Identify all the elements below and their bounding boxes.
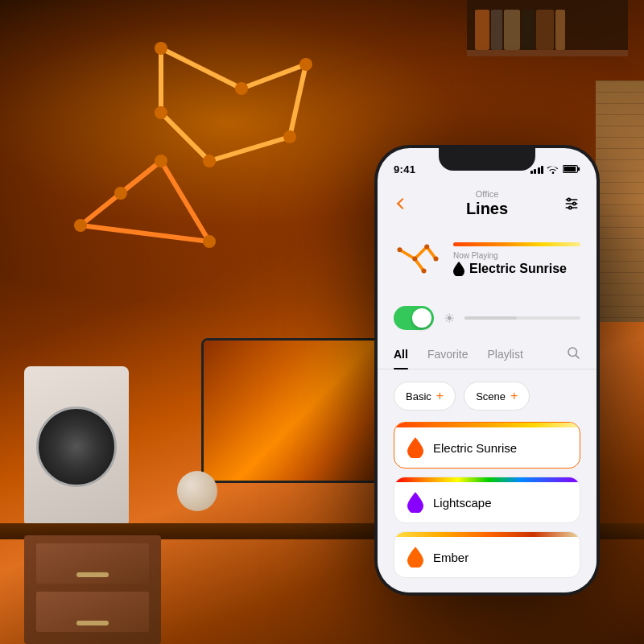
- svg-line-2: [290, 64, 306, 137]
- svg-rect-22: [564, 167, 576, 171]
- scene-card-body-electric-sunrise: Electric Sunrise: [394, 427, 580, 468]
- status-icons: [530, 164, 581, 174]
- content-area: Basic + Scene + Electric Sun: [378, 372, 597, 592]
- svg-point-36: [434, 257, 439, 262]
- electric-sunrise-drop-icon: [407, 437, 423, 458]
- wall-light-lines: [32, 32, 338, 290]
- phone-notch: [439, 148, 535, 171]
- scene-card-body-lightscape: Lightscape: [394, 482, 580, 522]
- cabinet-drawer-top: [36, 543, 149, 584]
- window-blinds: [596, 80, 644, 322]
- device-light-icon: [394, 237, 442, 281]
- tabs-group: All Favorite Playlist: [394, 340, 523, 369]
- desk-globe: [177, 471, 217, 511]
- scene-card-body-ember: Ember: [394, 537, 580, 577]
- page-title-group: Office Lines: [466, 189, 508, 218]
- cabinet-drawer-bottom: [36, 592, 149, 632]
- now-playing-section: Now Playing Electric Sunrise: [378, 224, 597, 291]
- svg-point-35: [424, 245, 429, 250]
- drop-icon: [453, 262, 464, 276]
- tab-playlist[interactable]: Playlist: [487, 340, 522, 369]
- svg-point-16: [114, 187, 127, 200]
- svg-line-8: [161, 161, 209, 242]
- phone-body: 9:41: [374, 145, 600, 596]
- battery-icon: [563, 164, 580, 174]
- svg-point-14: [203, 155, 216, 167]
- settings-button[interactable]: [559, 192, 584, 216]
- svg-line-30: [415, 247, 427, 259]
- svg-line-4: [161, 113, 209, 161]
- scene-card-ember[interactable]: Ember: [394, 531, 580, 578]
- brightness-fill: [464, 316, 517, 320]
- scene-card-lightscape[interactable]: Lightscape: [394, 477, 580, 523]
- wifi-icon: [547, 164, 559, 174]
- svg-point-28: [569, 206, 572, 208]
- svg-point-34: [412, 257, 417, 262]
- svg-line-9: [80, 225, 209, 242]
- page-subtitle: Office: [466, 189, 508, 199]
- cabinet: [24, 535, 161, 644]
- status-time: 9:41: [394, 163, 415, 175]
- svg-point-33: [398, 247, 402, 252]
- tabs-bar: All Favorite Playlist: [378, 340, 597, 369]
- svg-point-18: [155, 155, 167, 167]
- svg-line-3: [209, 137, 290, 161]
- ember-name: Ember: [433, 551, 469, 564]
- now-playing-gradient-bar: [453, 242, 580, 246]
- scene-category-button[interactable]: Scene +: [464, 382, 530, 411]
- tab-favorite[interactable]: Favorite: [427, 340, 469, 369]
- svg-point-38: [568, 348, 577, 357]
- category-row: Basic + Scene +: [394, 382, 580, 411]
- svg-line-0: [161, 48, 242, 89]
- svg-point-12: [299, 58, 312, 71]
- brightness-sun-icon: ☀: [444, 311, 455, 326]
- svg-point-19: [203, 235, 216, 248]
- brightness-slider[interactable]: [464, 316, 580, 320]
- electric-sunrise-name: Electric Sunrise: [433, 441, 517, 455]
- lightscape-name: Lightscape: [433, 496, 492, 510]
- now-playing-info: Now Playing Electric Sunrise: [453, 242, 580, 276]
- nav-header: Office Lines: [378, 184, 597, 224]
- svg-rect-21: [578, 167, 580, 171]
- phone-screen: 9:41: [378, 148, 597, 592]
- page-title: Lines: [466, 200, 508, 218]
- search-button[interactable]: [566, 345, 580, 364]
- basic-category-button[interactable]: Basic +: [394, 382, 456, 411]
- basic-plus-icon: +: [436, 389, 444, 403]
- ember-drop-icon: [407, 547, 423, 568]
- back-chevron-icon: [397, 198, 408, 209]
- speaker-cone: [36, 407, 117, 487]
- svg-point-10: [155, 42, 167, 55]
- svg-point-27: [573, 202, 576, 204]
- phone: 9:41: [374, 145, 600, 596]
- power-toggle[interactable]: [394, 306, 434, 330]
- toggle-knob: [412, 308, 431, 328]
- sliders-icon: [564, 196, 580, 212]
- scene-card-electric-sunrise[interactable]: Electric Sunrise: [394, 422, 580, 469]
- svg-line-39: [576, 355, 579, 358]
- svg-point-11: [235, 82, 248, 95]
- svg-line-29: [400, 250, 415, 258]
- tab-all[interactable]: All: [394, 340, 408, 369]
- search-icon: [566, 345, 580, 360]
- signal-icon: [530, 164, 544, 174]
- svg-point-13: [283, 130, 296, 143]
- bookshelf: [467, 0, 628, 56]
- now-playing-name: Electric Sunrise: [469, 262, 567, 276]
- lightscape-drop-icon: [407, 492, 423, 513]
- svg-point-17: [74, 219, 87, 232]
- back-button[interactable]: [390, 192, 415, 216]
- svg-point-26: [568, 198, 570, 200]
- now-playing-label: Now Playing: [453, 251, 580, 260]
- scene-plus-icon: +: [510, 389, 518, 403]
- svg-line-1: [242, 64, 306, 89]
- toggle-brightness-row: ☀: [378, 299, 597, 336]
- svg-point-15: [155, 106, 167, 119]
- svg-point-37: [422, 269, 427, 274]
- speaker: [24, 366, 129, 527]
